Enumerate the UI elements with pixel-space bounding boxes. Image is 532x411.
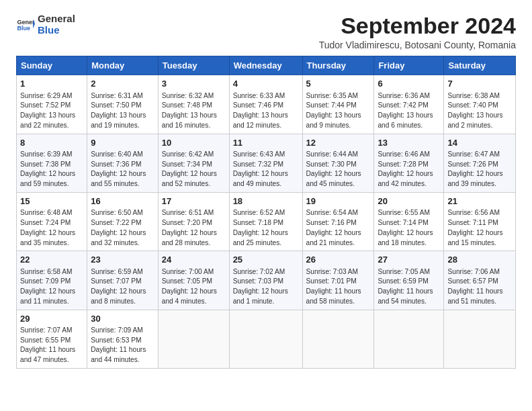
- day-info: Sunrise: 6:48 AMSunset: 7:24 PMDaylight:…: [20, 208, 83, 248]
- calendar-cell: 6Sunrise: 6:36 AMSunset: 7:42 PMDaylight…: [374, 75, 444, 134]
- day-number: 23: [91, 254, 154, 266]
- calendar-cell: 13Sunrise: 6:46 AMSunset: 7:28 PMDayligh…: [374, 134, 444, 192]
- logo: General Blue General Blue: [16, 13, 75, 36]
- day-info: Sunrise: 6:47 AMSunset: 7:26 PMDaylight:…: [447, 150, 512, 189]
- day-number: 13: [378, 137, 440, 149]
- col-sunday: Sunday: [17, 56, 87, 75]
- day-info: Sunrise: 6:31 AMSunset: 7:50 PMDaylight:…: [91, 91, 154, 131]
- day-number: 8: [20, 137, 83, 149]
- day-number: 27: [378, 254, 440, 266]
- calendar-cell: [158, 310, 229, 368]
- day-number: 4: [233, 78, 299, 90]
- day-number: 18: [233, 195, 299, 208]
- calendar-cell: [229, 310, 302, 368]
- logo-text: General Blue: [38, 13, 75, 36]
- calendar-cell: [374, 310, 444, 368]
- svg-text:General: General: [17, 18, 35, 25]
- day-number: 25: [233, 254, 299, 266]
- calendar-cell: 10Sunrise: 6:42 AMSunset: 7:34 PMDayligh…: [158, 134, 229, 192]
- calendar-cell: 30Sunrise: 7:09 AMSunset: 6:53 PMDayligh…: [87, 310, 159, 368]
- title-block: September 2024 Tudor Vladimirescu, Botos…: [319, 13, 516, 50]
- day-number: 2: [91, 78, 154, 90]
- day-info: Sunrise: 6:51 AMSunset: 7:20 PMDaylight:…: [162, 208, 226, 248]
- day-number: 20: [378, 195, 440, 208]
- calendar-cell: 14Sunrise: 6:47 AMSunset: 7:26 PMDayligh…: [444, 134, 516, 192]
- day-info: Sunrise: 6:58 AMSunset: 7:09 PMDaylight:…: [20, 267, 83, 307]
- calendar-cell: 5Sunrise: 6:35 AMSunset: 7:44 PMDaylight…: [302, 75, 374, 134]
- calendar-cell: 18Sunrise: 6:52 AMSunset: 7:18 PMDayligh…: [229, 193, 302, 251]
- day-number: 28: [447, 254, 512, 266]
- page: General Blue General Blue September 2024…: [0, 0, 532, 379]
- calendar-week-row: 1Sunrise: 6:29 AMSunset: 7:52 PMDaylight…: [17, 75, 516, 134]
- calendar-cell: 7Sunrise: 6:38 AMSunset: 7:40 PMDaylight…: [444, 75, 516, 134]
- day-info: Sunrise: 6:44 AMSunset: 7:30 PMDaylight:…: [306, 150, 371, 189]
- day-number: 26: [306, 254, 371, 266]
- calendar-cell: 15Sunrise: 6:48 AMSunset: 7:24 PMDayligh…: [17, 193, 87, 251]
- day-info: Sunrise: 6:43 AMSunset: 7:32 PMDaylight:…: [233, 150, 299, 189]
- day-number: 30: [91, 313, 154, 325]
- day-number: 12: [306, 137, 371, 149]
- day-number: 29: [20, 313, 83, 325]
- day-info: Sunrise: 7:00 AMSunset: 7:05 PMDaylight:…: [162, 267, 226, 307]
- page-subtitle: Tudor Vladimirescu, Botosani County, Rom…: [319, 40, 516, 50]
- day-info: Sunrise: 7:07 AMSunset: 6:55 PMDaylight:…: [20, 326, 83, 365]
- day-info: Sunrise: 6:55 AMSunset: 7:14 PMDaylight:…: [378, 208, 440, 248]
- calendar-cell: 2Sunrise: 6:31 AMSunset: 7:50 PMDaylight…: [87, 75, 159, 134]
- day-number: 24: [162, 254, 226, 266]
- col-thursday: Thursday: [302, 56, 374, 75]
- calendar-cell: 23Sunrise: 6:59 AMSunset: 7:07 PMDayligh…: [87, 251, 159, 310]
- day-number: 15: [20, 195, 83, 208]
- day-info: Sunrise: 6:54 AMSunset: 7:16 PMDaylight:…: [306, 208, 371, 248]
- day-number: 21: [447, 195, 512, 208]
- calendar-header-row: Sunday Monday Tuesday Wednesday Thursday…: [17, 56, 516, 75]
- day-number: 5: [306, 78, 371, 90]
- day-info: Sunrise: 6:35 AMSunset: 7:44 PMDaylight:…: [306, 91, 371, 131]
- logo-blue: Blue: [38, 25, 75, 36]
- calendar-cell: 1Sunrise: 6:29 AMSunset: 7:52 PMDaylight…: [17, 75, 87, 134]
- day-info: Sunrise: 7:05 AMSunset: 6:59 PMDaylight:…: [378, 267, 440, 307]
- day-number: 3: [162, 78, 226, 90]
- logo-icon: General Blue: [16, 15, 35, 34]
- calendar-cell: 26Sunrise: 7:03 AMSunset: 7:01 PMDayligh…: [302, 251, 374, 310]
- day-info: Sunrise: 6:36 AMSunset: 7:42 PMDaylight:…: [378, 91, 440, 131]
- day-info: Sunrise: 6:29 AMSunset: 7:52 PMDaylight:…: [20, 91, 83, 131]
- col-tuesday: Tuesday: [158, 56, 229, 75]
- day-info: Sunrise: 6:33 AMSunset: 7:46 PMDaylight:…: [233, 91, 299, 131]
- calendar-cell: 17Sunrise: 6:51 AMSunset: 7:20 PMDayligh…: [158, 193, 229, 251]
- col-saturday: Saturday: [444, 56, 516, 75]
- calendar-cell: 27Sunrise: 7:05 AMSunset: 6:59 PMDayligh…: [374, 251, 444, 310]
- calendar-cell: 9Sunrise: 6:40 AMSunset: 7:36 PMDaylight…: [87, 134, 159, 192]
- calendar-cell: 29Sunrise: 7:07 AMSunset: 6:55 PMDayligh…: [17, 310, 87, 368]
- day-info: Sunrise: 6:56 AMSunset: 7:11 PMDaylight:…: [447, 208, 512, 248]
- col-wednesday: Wednesday: [229, 56, 302, 75]
- svg-text:Blue: Blue: [17, 25, 30, 32]
- day-info: Sunrise: 7:03 AMSunset: 7:01 PMDaylight:…: [306, 267, 371, 307]
- calendar-table: Sunday Monday Tuesday Wednesday Thursday…: [16, 56, 516, 369]
- logo-general: General: [38, 13, 75, 25]
- day-info: Sunrise: 6:38 AMSunset: 7:40 PMDaylight:…: [447, 91, 512, 131]
- day-info: Sunrise: 6:46 AMSunset: 7:28 PMDaylight:…: [378, 150, 440, 189]
- day-info: Sunrise: 7:09 AMSunset: 6:53 PMDaylight:…: [91, 326, 154, 365]
- calendar-cell: [302, 310, 374, 368]
- day-number: 19: [306, 195, 371, 208]
- day-number: 9: [91, 137, 154, 149]
- calendar-cell: 28Sunrise: 7:06 AMSunset: 6:57 PMDayligh…: [444, 251, 516, 310]
- col-monday: Monday: [87, 56, 159, 75]
- day-number: 22: [20, 254, 83, 266]
- day-number: 6: [378, 78, 440, 90]
- day-number: 10: [162, 137, 226, 149]
- day-info: Sunrise: 7:06 AMSunset: 6:57 PMDaylight:…: [447, 267, 512, 307]
- calendar-week-row: 15Sunrise: 6:48 AMSunset: 7:24 PMDayligh…: [17, 193, 516, 251]
- day-number: 7: [447, 78, 512, 90]
- calendar-cell: 21Sunrise: 6:56 AMSunset: 7:11 PMDayligh…: [444, 193, 516, 251]
- calendar-cell: 20Sunrise: 6:55 AMSunset: 7:14 PMDayligh…: [374, 193, 444, 251]
- calendar-week-row: 22Sunrise: 6:58 AMSunset: 7:09 PMDayligh…: [17, 251, 516, 310]
- day-number: 17: [162, 195, 226, 208]
- calendar-cell: 8Sunrise: 6:39 AMSunset: 7:38 PMDaylight…: [17, 134, 87, 192]
- day-info: Sunrise: 6:42 AMSunset: 7:34 PMDaylight:…: [162, 150, 226, 189]
- day-info: Sunrise: 6:59 AMSunset: 7:07 PMDaylight:…: [91, 267, 154, 307]
- day-number: 1: [20, 78, 83, 90]
- calendar-cell: 3Sunrise: 6:32 AMSunset: 7:48 PMDaylight…: [158, 75, 229, 134]
- calendar-cell: 11Sunrise: 6:43 AMSunset: 7:32 PMDayligh…: [229, 134, 302, 192]
- day-info: Sunrise: 6:52 AMSunset: 7:18 PMDaylight:…: [233, 208, 299, 248]
